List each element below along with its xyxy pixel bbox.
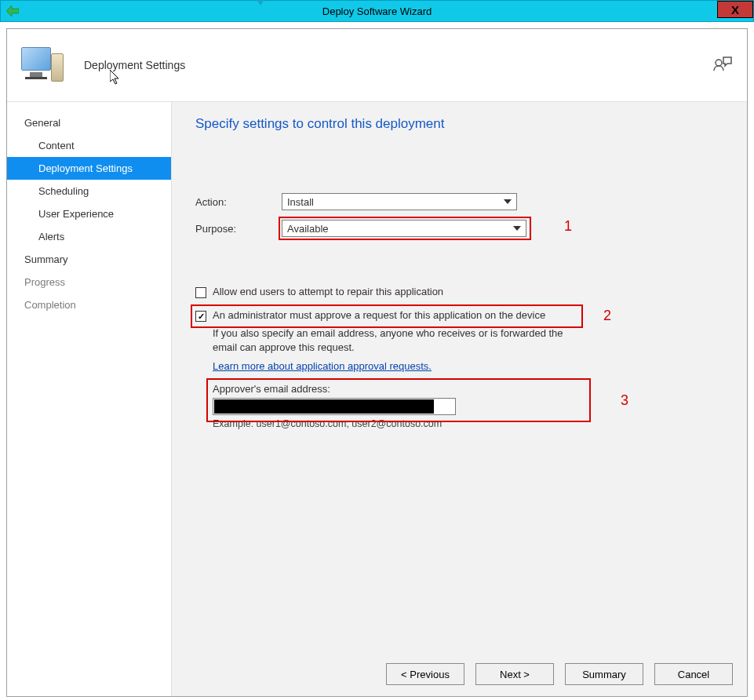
action-label: Action:: [195, 196, 282, 208]
header-band: Deployment Settings: [7, 29, 747, 101]
approver-email-label: Approver's email address:: [213, 383, 723, 395]
sidebar-item-content[interactable]: Content: [7, 134, 171, 157]
main-heading: Specify settings to control this deploym…: [195, 116, 723, 132]
purpose-select-value: Available: [287, 223, 329, 235]
purpose-label: Purpose:: [195, 223, 282, 235]
back-arrow-icon[interactable]: [5, 4, 20, 18]
cancel-button[interactable]: Cancel: [654, 663, 733, 685]
sidebar: General Content Deployment Settings Sche…: [7, 102, 172, 696]
svg-marker-0: [6, 5, 19, 16]
sidebar-item-deployment-settings[interactable]: Deployment Settings: [7, 157, 171, 180]
computer-icon: [21, 46, 60, 85]
chevron-down-icon: [513, 226, 521, 231]
approve-row: An administrator must approve a request …: [195, 309, 723, 322]
window-title: Deploy Software Wizard: [322, 5, 432, 17]
cursor-icon: [110, 70, 122, 86]
approver-email-input[interactable]: [213, 398, 456, 415]
next-button[interactable]: Next >: [475, 663, 554, 685]
sidebar-item-scheduling[interactable]: Scheduling: [7, 180, 171, 202]
titlebar: Deploy Software Wizard X: [0, 0, 754, 22]
annotation-2: 2: [603, 308, 611, 324]
purpose-select[interactable]: Available: [282, 220, 526, 237]
sidebar-item-completion: Completion: [7, 293, 171, 316]
sidebar-item-general[interactable]: General: [7, 111, 171, 134]
approver-email-example: Example: user1@contoso.com; user2@contos…: [213, 418, 723, 429]
redacted-value: [214, 399, 434, 414]
wizard-frame: Deployment Settings General Content Depl…: [6, 28, 748, 697]
chevron-down-icon: [504, 199, 512, 204]
learn-more-link[interactable]: Learn more about application approval re…: [213, 360, 432, 372]
approve-label: An administrator must approve a request …: [213, 309, 545, 321]
approve-checkbox[interactable]: [195, 311, 206, 322]
title-dropdown-icon: [257, 0, 264, 5]
action-select[interactable]: Install: [282, 193, 517, 210]
purpose-row: Purpose: Available 1: [195, 220, 723, 237]
annotation-1: 1: [564, 218, 572, 235]
svg-marker-1: [110, 70, 118, 84]
close-button[interactable]: X: [717, 1, 753, 18]
allow-repair-checkbox[interactable]: [195, 287, 206, 298]
previous-button[interactable]: < Previous: [386, 663, 464, 685]
summary-button[interactable]: Summary: [565, 663, 643, 685]
allow-repair-label: Allow end users to attempt to repair thi…: [213, 286, 443, 297]
main-panel: Specify settings to control this deploym…: [172, 102, 747, 696]
feedback-icon[interactable]: [711, 53, 733, 75]
allow-repair-row: Allow end users to attempt to repair thi…: [195, 286, 723, 298]
sidebar-item-alerts[interactable]: Alerts: [7, 225, 171, 248]
annotation-3: 3: [621, 392, 628, 409]
action-select-value: Install: [287, 196, 314, 208]
sidebar-item-progress: Progress: [7, 271, 171, 293]
sidebar-item-summary[interactable]: Summary: [7, 248, 171, 271]
svg-point-2: [716, 60, 722, 66]
footer-buttons: < Previous Next > Summary Cancel: [386, 663, 733, 685]
approve-note: If you also specify an email address, an…: [213, 326, 589, 354]
wizard-body: General Content Deployment Settings Sche…: [7, 101, 747, 696]
approver-email-block: Approver's email address: Example: user1…: [213, 383, 723, 429]
sidebar-item-user-experience[interactable]: User Experience: [7, 202, 171, 225]
action-row: Action: Install: [195, 193, 723, 210]
page-title: Deployment Settings: [84, 59, 185, 71]
